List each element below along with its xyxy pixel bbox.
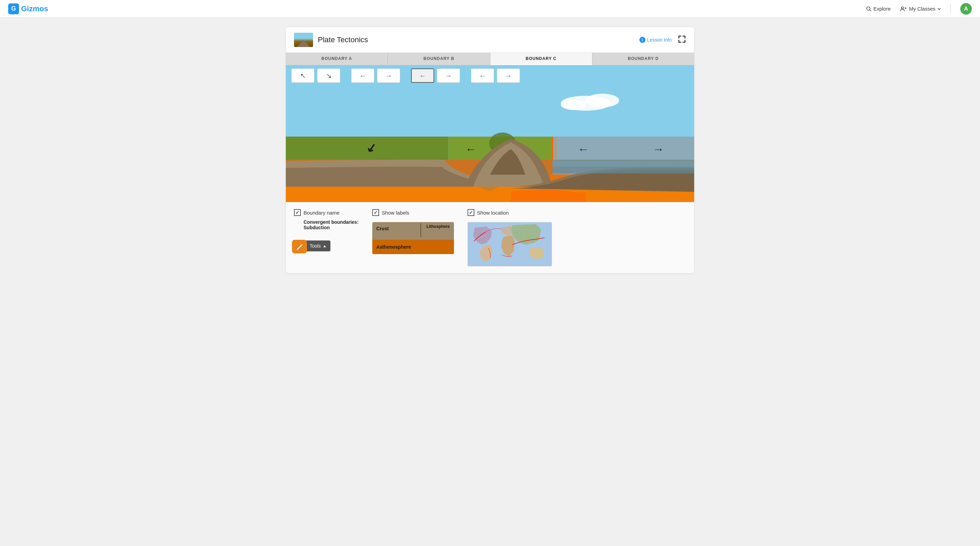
boundary-name-checkbox[interactable] xyxy=(294,209,301,216)
header-nav: Explore My Classes A xyxy=(866,3,972,14)
arrow-btn-right-1[interactable]: → xyxy=(377,69,400,83)
arrow-btn-left-2[interactable]: ← xyxy=(411,69,434,83)
show-location-checkbox[interactable] xyxy=(468,209,474,216)
crust-label: Crust xyxy=(376,226,389,231)
brand-name: Gizmos xyxy=(21,5,48,13)
lesson-thumbnail xyxy=(294,33,313,47)
tab-boundary-c[interactable]: BOUNDARY C xyxy=(490,53,592,65)
show-location-row: Show location xyxy=(468,209,552,216)
lesson-header: Plate Tectonics i Lesson Info xyxy=(286,27,694,53)
svg-rect-13 xyxy=(555,137,556,160)
world-map-svg xyxy=(468,222,552,267)
arrow-btn-left-1[interactable]: ← xyxy=(351,69,374,83)
chevron-down-icon xyxy=(937,8,941,10)
diagram-crust-section: Crust Lithosphere xyxy=(372,222,454,240)
lesson-info-label: Lesson Info xyxy=(647,37,672,43)
arrow-controls-row: ↖ ↘ ← → ← → ← → xyxy=(286,65,694,86)
arrow-btn-dr[interactable]: ↘ xyxy=(317,69,340,83)
tools-label: Tools xyxy=(310,243,321,249)
svg-point-6 xyxy=(561,100,585,110)
boundary-description: Convergent boundaries:Subduction xyxy=(304,219,359,230)
boundary-tabs: BOUNDARY A BOUNDARY B BOUNDARY C BOUNDAR… xyxy=(286,53,694,65)
svg-rect-9 xyxy=(553,137,694,160)
app-header: G Gizmos Explore My Classes A xyxy=(0,0,980,18)
tab-boundary-a[interactable]: BOUNDARY A xyxy=(286,53,388,65)
logo-box: G xyxy=(8,3,19,14)
avatar[interactable]: A xyxy=(960,3,972,14)
left-controls: Boundary name Convergent boundaries:Subd… xyxy=(294,209,359,251)
diagram-astheno-section: Asthenosphere xyxy=(372,240,454,254)
svg-text:←: ← xyxy=(465,144,477,155)
my-classes-label: My Classes xyxy=(909,6,935,11)
arrow-up-icon xyxy=(323,244,326,247)
plate-visual-area: ↙ ← ← → xyxy=(286,86,694,202)
litho-label: Lithosphere xyxy=(426,224,450,229)
cross-section-svg: ↙ ← ← → xyxy=(286,86,694,202)
map-thumbnail xyxy=(468,222,552,267)
tab-boundary-b-label: BOUNDARY B xyxy=(424,56,455,61)
svg-point-5 xyxy=(586,94,619,107)
lesson-info-link[interactable]: i Lesson Info xyxy=(640,37,672,43)
info-icon: i xyxy=(640,37,646,43)
fullscreen-icon xyxy=(678,35,686,43)
right-controls: Show location xyxy=(468,209,552,267)
svg-text:←: ← xyxy=(578,144,589,155)
search-icon xyxy=(866,6,872,11)
middle-controls: Show labels Crust Lithosphere Asthenosph… xyxy=(372,209,454,254)
arrow-btn-right-3[interactable]: → xyxy=(497,69,520,83)
boundary-name-label: Boundary name xyxy=(304,210,340,216)
tab-boundary-a-label: BOUNDARY A xyxy=(321,56,352,61)
main-container: Plate Tectonics i Lesson Info BOUNDARY A… xyxy=(286,27,694,273)
lesson-title: Plate Tectonics xyxy=(318,35,368,44)
lithosphere-indicator: Lithosphere xyxy=(426,224,450,229)
show-labels-row: Show labels xyxy=(372,209,454,216)
astheno-label: Asthenosphere xyxy=(376,244,411,250)
svg-rect-12 xyxy=(552,137,553,160)
my-classes-nav-item[interactable]: My Classes xyxy=(900,6,941,11)
explore-nav-item[interactable]: Explore xyxy=(866,6,891,11)
tools-icon xyxy=(292,240,307,254)
controls-row: Boundary name Convergent boundaries:Subd… xyxy=(286,202,694,273)
diagram-box: Crust Lithosphere Asthenosphere xyxy=(372,222,454,254)
show-labels-checkbox[interactable] xyxy=(372,209,379,216)
logo-letter: G xyxy=(11,5,16,12)
arrow-btn-right-2[interactable]: → xyxy=(437,69,460,83)
fullscreen-button[interactable] xyxy=(678,35,686,45)
boundary-name-row: Boundary name xyxy=(294,209,359,216)
tab-boundary-d-label: BOUNDARY D xyxy=(628,56,659,61)
tab-boundary-c-label: BOUNDARY C xyxy=(526,56,557,61)
explore-label: Explore xyxy=(873,6,891,11)
svg-text:→: → xyxy=(653,144,664,155)
arrow-btn-ul[interactable]: ↖ xyxy=(291,69,314,83)
show-location-label: Show location xyxy=(477,210,509,216)
nav-divider xyxy=(950,4,951,14)
tab-boundary-b[interactable]: BOUNDARY B xyxy=(388,53,490,65)
logo[interactable]: G Gizmos xyxy=(8,3,48,14)
tools-area: Tools xyxy=(294,241,359,251)
pencil-icon xyxy=(296,243,303,251)
classes-icon xyxy=(900,6,907,11)
tab-boundary-d[interactable]: BOUNDARY D xyxy=(592,53,694,65)
svg-point-2 xyxy=(901,7,904,9)
simulation-area: ↖ ↘ ← → ← → ← → xyxy=(286,65,694,202)
arrow-btn-left-3[interactable]: ← xyxy=(471,69,494,83)
avatar-letter: A xyxy=(964,6,968,12)
show-labels-label: Show labels xyxy=(382,210,409,216)
lesson-header-right: i Lesson Info xyxy=(640,35,686,45)
svg-rect-21 xyxy=(553,160,694,166)
svg-line-1 xyxy=(870,10,871,11)
svg-point-0 xyxy=(867,7,870,10)
